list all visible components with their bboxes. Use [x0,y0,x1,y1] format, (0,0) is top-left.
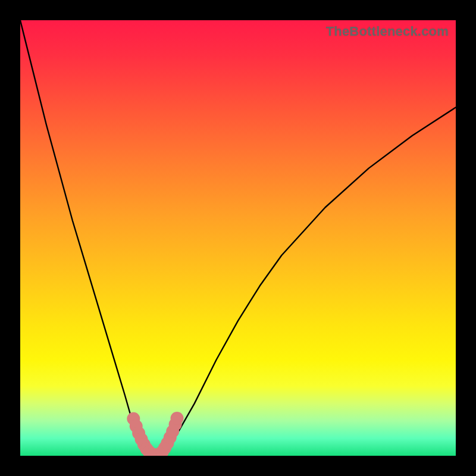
watermark-text: TheBottleneck.com [326,24,449,39]
chart-frame: TheBottleneck.com [0,0,476,476]
minimum-marker-dot [171,412,184,425]
bottleneck-curve [20,20,456,456]
chart-plot-area: TheBottleneck.com [20,20,456,456]
minimum-marker [127,412,183,456]
chart-svg [20,20,456,456]
